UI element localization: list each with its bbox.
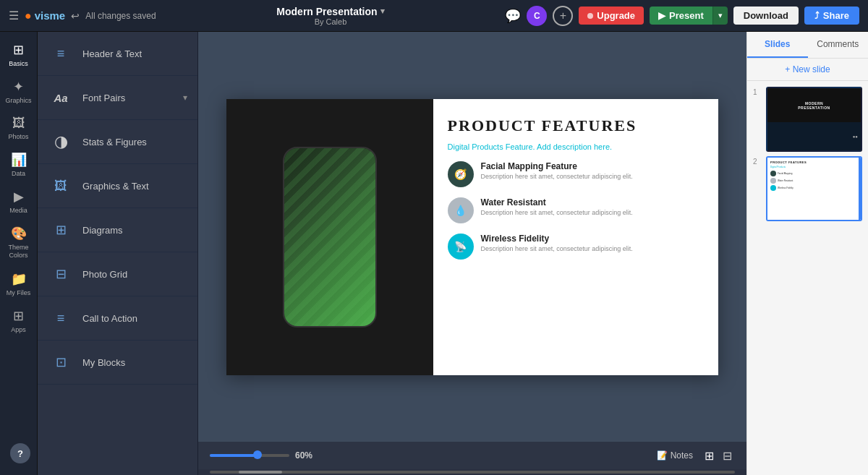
feature-row-3: 📡 Wireless Fidelity Description here sit… <box>448 234 704 260</box>
title-chevron-icon[interactable]: ▾ <box>380 7 385 16</box>
media-icon: ▶ <box>14 189 24 205</box>
comment-button[interactable]: 💬 <box>505 8 521 24</box>
sidebar-item-media[interactable]: ▶ Media <box>0 183 37 220</box>
slides-tabs: Slides Comments <box>747 32 868 59</box>
theme-colors-icon: 🎨 <box>11 226 27 241</box>
phone-screen <box>284 148 375 326</box>
slide-thumbnail-2[interactable]: PRODUCT FEATURES Digital Products Facial… <box>766 156 862 221</box>
notes-button[interactable]: 📝 Notes <box>657 450 693 461</box>
panel-item-font-pairs[interactable]: Aa Font Pairs ▾ <box>38 76 197 120</box>
topbar: ☰ ● visme ↩ All changes saved Modern Pre… <box>0 0 868 32</box>
present-button[interactable]: ▶ Present <box>650 7 712 25</box>
sidebar-item-theme-colors[interactable]: 🎨 ThemeColors <box>0 220 37 265</box>
topbar-center: Modern Presentation ▾ By Caleb <box>163 6 498 26</box>
sidebar-item-basics[interactable]: ⊞ Basics <box>0 36 37 73</box>
saved-status: All changes saved <box>85 11 156 21</box>
panel-item-diagrams[interactable]: ⊞ Diagrams <box>38 208 197 252</box>
font-pairs-chevron-icon: ▾ <box>183 93 187 103</box>
slide-number-2: 2 <box>753 156 762 166</box>
panel-item-header-text[interactable]: ≡ Header & Text <box>38 32 197 76</box>
scroll-track <box>210 471 735 474</box>
zoom-slider[interactable] <box>210 454 289 457</box>
slide-thumbnail-1[interactable]: MODERNPRESENTATION ●● <box>766 87 862 152</box>
tab-slides[interactable]: Slides <box>747 32 808 58</box>
thumb-2-subtitle: Digital Products <box>770 166 858 168</box>
grid-view-button-1[interactable]: ⊞ <box>702 448 717 464</box>
download-button[interactable]: Download <box>733 7 799 25</box>
panel-item-call-to-action[interactable]: ≡ Call to Action <box>38 296 197 341</box>
data-icon: 📊 <box>11 152 27 168</box>
diagrams-label: Diagrams <box>82 225 187 236</box>
thumb-1-content: MODERNPRESENTATION ●● <box>767 88 861 150</box>
thumb-2-title: PRODUCT FEATURES <box>770 161 858 164</box>
panel-item-graphics-text[interactable]: 🖼 Graphics & Text <box>38 164 197 208</box>
graphics-text-icon: 🖼 <box>48 173 74 199</box>
sidebar-item-data[interactable]: 📊 Data <box>0 146 37 183</box>
undo-icon[interactable]: ↩ <box>71 10 80 22</box>
feature-icon-1: 🧭 <box>448 161 474 187</box>
header-text-icon: ≡ <box>48 40 74 67</box>
feature-row-2: 💧 Water Resistant Description here sit a… <box>448 197 704 223</box>
graphics-icon: ✦ <box>13 79 24 95</box>
graphics-text-label: Graphics & Text <box>82 181 187 192</box>
present-dropdown-button[interactable]: ▾ <box>712 7 728 25</box>
slide-number-1: 1 <box>753 87 762 96</box>
feature-icon-3: 📡 <box>448 234 474 260</box>
avatar: C <box>527 6 547 26</box>
photo-grid-icon: ⊟ <box>48 261 74 287</box>
sidebar-item-photos[interactable]: 🖼 Photos <box>0 110 37 146</box>
thumb-2-dot-3 <box>770 185 776 191</box>
share-button[interactable]: ⤴ Share <box>804 7 859 25</box>
thumb-2-rows: Facial Mapping Water Resistant Wireless … <box>770 171 858 191</box>
sidebar-icons: ⊞ Basics ✦ Graphics 🖼 Photos 📊 Data ▶ Me… <box>0 32 38 475</box>
sidebar-item-apps[interactable]: ⊞ Apps <box>0 302 37 339</box>
topbar-left: ☰ ● visme ↩ All changes saved <box>9 9 156 22</box>
slide-thumb-item-1: 1 MODERNPRESENTATION ●● <box>753 87 862 152</box>
canvas-bottom-bar: 60% 📝 Notes ⊞ ⊟ <box>198 442 746 469</box>
upgrade-button[interactable]: Upgrade <box>579 7 644 25</box>
upgrade-dot <box>587 13 593 19</box>
photo-grid-label: Photo Grid <box>82 269 187 280</box>
sidebar-item-graphics[interactable]: ✦ Graphics <box>0 73 37 110</box>
slide-thumb-item-2: 2 PRODUCT FEATURES Digital Products Faci… <box>753 156 862 221</box>
panel-item-photo-grid[interactable]: ⊟ Photo Grid <box>38 252 197 296</box>
main-area: ⊞ Basics ✦ Graphics 🖼 Photos 📊 Data ▶ Me… <box>0 32 868 475</box>
presentation-title: Modern Presentation ▾ <box>276 6 384 17</box>
slide-right-panel: PRODUCT FEATURES Digital Products Featur… <box>433 99 718 375</box>
grid-view-button-2[interactable]: ⊟ <box>720 448 735 464</box>
canvas-area: PRODUCT FEATURES Digital Products Featur… <box>198 32 746 475</box>
logo-text: visme <box>35 9 66 22</box>
new-slide-button[interactable]: + New slide <box>747 59 868 81</box>
thumb-2-right: PRODUCT FEATURES Digital Products Facial… <box>767 158 861 220</box>
panel-item-stats-figures[interactable]: ◑ Stats & Figures <box>38 120 197 164</box>
photos-icon: 🖼 <box>12 116 25 131</box>
scroll-thumb <box>239 471 282 474</box>
panel-item-my-blocks[interactable]: ⊡ My Blocks <box>38 341 197 385</box>
sidebar-item-my-files[interactable]: 📁 My Files <box>0 265 37 303</box>
canvas-scroll[interactable]: PRODUCT FEATURES Digital Products Featur… <box>198 32 746 442</box>
grid-view-buttons: ⊞ ⊟ <box>702 448 735 464</box>
present-play-icon: ▶ <box>658 10 665 21</box>
slide-thumbnails: 1 MODERNPRESENTATION ●● 2 <box>747 81 868 475</box>
phone-mockup <box>283 147 377 328</box>
zoom-slider-fill <box>210 454 258 457</box>
slide-subtitle: Digital Products Feature. Add descriptio… <box>448 142 704 151</box>
slide-title: PRODUCT FEATURES <box>448 116 704 135</box>
feature-text-2: Water Resistant Description here sit ame… <box>481 197 633 216</box>
horizontal-scrollbar[interactable] <box>198 469 746 475</box>
slides-panel: Slides Comments + New slide 1 MODERNPRES… <box>746 32 868 475</box>
tab-comments[interactable]: Comments <box>808 32 869 58</box>
thumb-2-dot-2 <box>770 178 776 184</box>
feature-name-3: Wireless Fidelity <box>481 234 633 244</box>
zoom-control: 60% <box>210 450 312 461</box>
basics-icon: ⊞ <box>13 42 24 58</box>
call-to-action-label: Call to Action <box>82 313 187 324</box>
feature-desc-2: Description here sit amet, consectetur a… <box>481 209 633 216</box>
thumb-1-top: MODERNPRESENTATION <box>767 88 861 122</box>
slide-canvas: PRODUCT FEATURES Digital Products Featur… <box>226 99 718 375</box>
menu-icon[interactable]: ☰ <box>9 9 19 22</box>
share-icon: ⤴ <box>814 10 820 21</box>
help-button[interactable]: ? <box>10 443 30 463</box>
thumb-1-text: MODERNPRESENTATION <box>798 101 830 110</box>
add-collaborator-button[interactable]: + <box>553 6 573 26</box>
